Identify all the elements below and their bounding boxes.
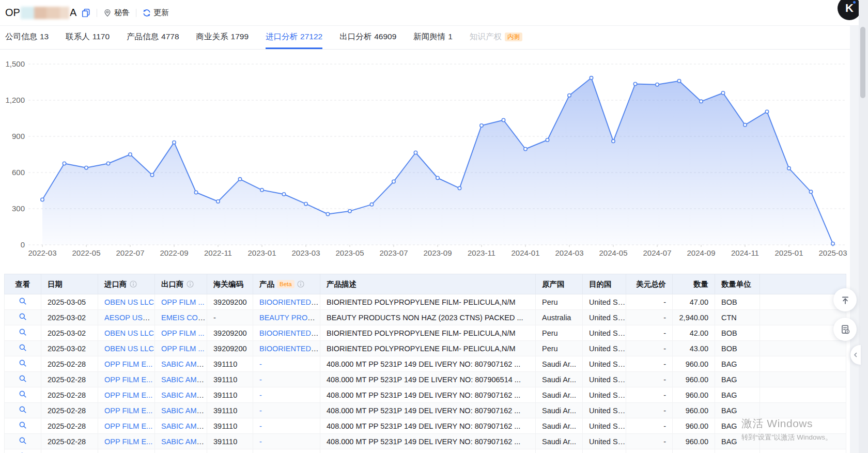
data-point-2023-06[interactable] bbox=[370, 203, 373, 206]
tab-2[interactable]: 产品信息4778 bbox=[127, 26, 179, 49]
product-link[interactable]: - bbox=[259, 391, 262, 399]
data-point-2023-09[interactable] bbox=[436, 176, 439, 179]
tab-3[interactable]: 商业关系1799 bbox=[196, 26, 249, 49]
info-icon[interactable] bbox=[297, 280, 304, 288]
data-point-2024-08[interactable] bbox=[677, 79, 680, 82]
view-cell bbox=[5, 372, 41, 387]
data-point-2022-04[interactable] bbox=[63, 162, 66, 165]
product-link[interactable]: - bbox=[259, 438, 262, 446]
tab-6[interactable]: 新闻舆情1 bbox=[413, 26, 453, 49]
data-point-2022-07[interactable] bbox=[129, 153, 132, 156]
importer-link[interactable]: OPP FILM E... bbox=[104, 391, 152, 399]
data-point-2023-01[interactable] bbox=[260, 189, 264, 192]
data-point-2024-05[interactable] bbox=[612, 139, 615, 143]
data-point-2023-02[interactable] bbox=[282, 193, 285, 196]
update-button[interactable]: 更新 bbox=[143, 8, 169, 18]
report-button[interactable] bbox=[833, 318, 857, 341]
tab-4[interactable]: 进口分析27122 bbox=[266, 26, 322, 49]
view-detail-button[interactable] bbox=[19, 313, 27, 321]
view-detail-button[interactable] bbox=[19, 390, 27, 398]
view-detail-button[interactable] bbox=[19, 297, 27, 305]
tab-7[interactable]: 知识产权内测 bbox=[470, 26, 522, 49]
data-point-2022-05[interactable] bbox=[85, 166, 88, 169]
importer-link[interactable]: OBEN US LLC bbox=[104, 329, 154, 337]
view-detail-button[interactable] bbox=[19, 421, 27, 429]
exporter-link[interactable]: OPP FILM ... bbox=[161, 345, 205, 353]
product-link[interactable]: BIOORIENTED POLYPR... bbox=[259, 298, 320, 306]
product-link[interactable]: - bbox=[259, 407, 262, 415]
data-point-2025-02[interactable] bbox=[809, 190, 812, 193]
data-point-2022-06[interactable] bbox=[106, 162, 110, 165]
view-detail-button[interactable] bbox=[19, 343, 27, 352]
data-point-2022-08[interactable] bbox=[150, 173, 153, 176]
product-link[interactable]: BIOORIENTED POLYPR... bbox=[259, 329, 320, 337]
info-icon[interactable] bbox=[130, 280, 137, 288]
exporter-link[interactable]: SABIC AME... bbox=[161, 422, 207, 430]
data-point-2022-12[interactable] bbox=[238, 178, 241, 181]
importer-link[interactable]: AESOP USA ... bbox=[104, 314, 155, 322]
data-point-2022-09[interactable] bbox=[173, 140, 176, 144]
data-point-2025-01[interactable] bbox=[787, 167, 791, 170]
data-point-2023-08[interactable] bbox=[414, 151, 417, 154]
data-point-2024-07[interactable] bbox=[656, 83, 659, 86]
data-point-2024-12[interactable] bbox=[765, 110, 768, 113]
exporter-link[interactable]: OPP FILM ... bbox=[161, 329, 205, 337]
view-detail-button[interactable] bbox=[19, 359, 27, 367]
exporter-link[interactable]: SABIC AME... bbox=[161, 407, 207, 415]
exporter-link[interactable]: SABIC AME... bbox=[161, 360, 207, 368]
data-point-2023-05[interactable] bbox=[348, 209, 351, 212]
data-point-2024-10[interactable] bbox=[721, 91, 724, 95]
destination-cell: United St... bbox=[583, 418, 626, 434]
view-detail-button[interactable] bbox=[19, 405, 27, 414]
product-link[interactable]: - bbox=[259, 360, 262, 368]
location-button[interactable]: 秘鲁 bbox=[103, 8, 130, 18]
data-point-2024-04[interactable] bbox=[590, 76, 593, 80]
data-point-2023-12[interactable] bbox=[502, 118, 505, 121]
data-point-2023-07[interactable] bbox=[392, 180, 395, 183]
tab-1[interactable]: 联系人1170 bbox=[66, 26, 110, 49]
data-point-2024-02[interactable] bbox=[546, 138, 549, 142]
data-point-2024-03[interactable] bbox=[568, 93, 571, 97]
product-link[interactable]: - bbox=[259, 376, 262, 384]
copy-icon[interactable] bbox=[82, 8, 90, 17]
importer-link[interactable]: OPP FILM E... bbox=[104, 422, 152, 430]
data-point-2023-03[interactable] bbox=[304, 202, 307, 205]
exporter-link[interactable]: SABIC AME... bbox=[161, 376, 207, 384]
back-to-top-button[interactable] bbox=[833, 288, 857, 311]
origin-cell: Saudi Ar... bbox=[536, 403, 583, 418]
data-point-2022-10[interactable] bbox=[194, 191, 197, 194]
data-point-2023-04[interactable] bbox=[326, 212, 329, 215]
data-point-2024-11[interactable] bbox=[743, 123, 747, 127]
exporter-link[interactable]: SABIC AME... bbox=[161, 438, 207, 446]
view-detail-button[interactable] bbox=[19, 436, 27, 445]
data-point-2023-10[interactable] bbox=[458, 186, 461, 190]
importer-link[interactable]: OPP FILM E... bbox=[104, 438, 152, 446]
app-logo[interactable]: K bbox=[838, 0, 861, 20]
data-point-2024-01[interactable] bbox=[524, 147, 527, 150]
importer-link[interactable]: OBEN US LLC bbox=[104, 345, 154, 353]
view-detail-button[interactable] bbox=[19, 374, 27, 383]
data-point-2024-09[interactable] bbox=[700, 100, 703, 103]
data-point-2025-03[interactable] bbox=[831, 242, 834, 245]
data-point-2022-03[interactable] bbox=[41, 198, 44, 201]
exporter-link[interactable]: SABIC AME... bbox=[161, 391, 207, 399]
exporter-link[interactable]: OPP FILM ... bbox=[161, 298, 205, 306]
chart-svg: 03006009001,2001,5002022-032022-052022-0… bbox=[0, 50, 849, 265]
view-detail-button[interactable] bbox=[19, 328, 27, 336]
scrollbar-thumb[interactable] bbox=[860, 27, 865, 98]
data-point-2024-06[interactable] bbox=[633, 82, 637, 85]
description-cell: 408.000 MT PP 5231P 149 DE LIVERY NO: 80… bbox=[320, 372, 536, 387]
importer-link[interactable]: OBEN US LLC bbox=[104, 298, 154, 306]
info-icon[interactable] bbox=[187, 280, 194, 288]
importer-link[interactable]: OPP FILM E... bbox=[104, 407, 152, 415]
product-link[interactable]: BEAUTY PRODUCT bbox=[259, 314, 320, 322]
importer-link[interactable]: OPP FILM E... bbox=[104, 360, 152, 368]
tab-5[interactable]: 出口分析46909 bbox=[339, 26, 396, 49]
product-link[interactable]: - bbox=[259, 422, 262, 430]
exporter-link[interactable]: EMEIS COS... bbox=[161, 314, 207, 322]
product-link[interactable]: BIOORIENTED POLYPR... bbox=[259, 345, 320, 353]
data-point-2022-11[interactable] bbox=[216, 200, 220, 203]
importer-link[interactable]: OPP FILM E... bbox=[104, 376, 152, 384]
data-point-2023-11[interactable] bbox=[480, 124, 483, 127]
tab-0[interactable]: 公司信息13 bbox=[5, 26, 49, 49]
